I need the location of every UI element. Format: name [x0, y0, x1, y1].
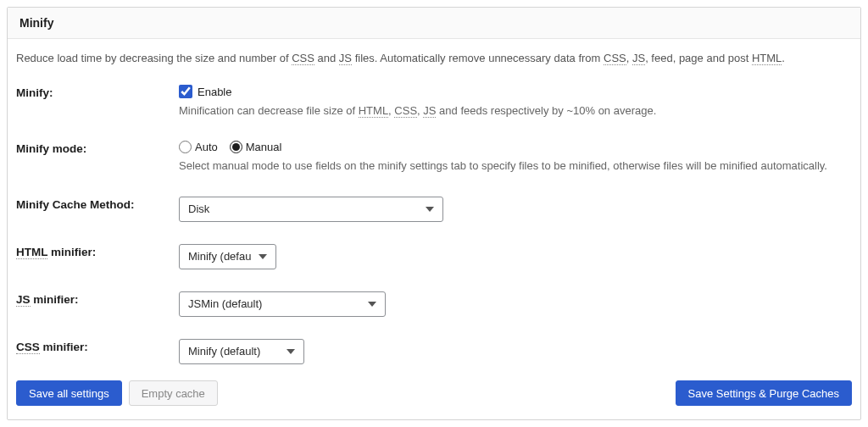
js-abbr: JS: [16, 293, 31, 307]
minify-mode-auto[interactable]: Auto: [179, 141, 218, 153]
minify-mode-manual[interactable]: Manual: [230, 141, 282, 153]
save-all-settings-button[interactable]: Save all settings: [16, 380, 122, 406]
minify-enable-checkbox[interactable]: [179, 85, 192, 98]
panel-description: Reduce load time by decreasing the size …: [16, 51, 852, 66]
js-minifier-label: JS minifier:: [16, 291, 179, 306]
row-html-minifier: HTML minifier: Minify (default): [16, 244, 852, 269]
minify-mode-hint: Select manual mode to use fields on the …: [179, 158, 852, 174]
minify-enable-label: Enable: [198, 86, 231, 98]
js-abbr: JS: [339, 52, 352, 65]
html-abbr: HTML: [752, 52, 782, 65]
cache-method-select[interactable]: Disk: [179, 197, 443, 222]
minify-mode-label: Minify mode:: [16, 141, 179, 155]
panel-title: Minify: [8, 8, 860, 39]
panel-body: Reduce load time by decreasing the size …: [8, 39, 860, 364]
minify-mode-radio-group: Auto Manual: [179, 141, 852, 153]
cache-method-label: Minify Cache Method:: [16, 197, 179, 211]
js-minifier-select[interactable]: JSMin (default): [179, 291, 386, 317]
js-abbr: JS: [423, 104, 436, 118]
minify-mode-auto-radio[interactable]: [179, 141, 192, 153]
empty-cache-button[interactable]: Empty cache: [129, 380, 218, 406]
save-purge-caches-button[interactable]: Save Settings & Purge Caches: [676, 380, 853, 406]
row-cache-method: Minify Cache Method: Disk: [16, 197, 852, 222]
css-abbr: CSS: [292, 52, 314, 65]
minify-label: Minify:: [16, 85, 179, 99]
html-abbr: HTML: [359, 104, 388, 118]
html-minifier-select[interactable]: Minify (default): [179, 244, 276, 269]
css-abbr: CSS: [16, 341, 40, 354]
html-abbr: HTML: [16, 246, 47, 259]
html-minifier-label: HTML minifier:: [16, 244, 179, 258]
row-css-minifier: CSS minifier: Minify (default): [16, 339, 852, 364]
js-abbr: JS: [632, 52, 645, 65]
minify-mode-manual-radio[interactable]: [230, 141, 242, 153]
css-abbr: CSS: [394, 104, 417, 118]
minify-hint: Minification can decrease file size of H…: [179, 103, 852, 119]
css-minifier-label: CSS minifier:: [16, 339, 179, 353]
action-bar: Save all settings Empty cache Save Setti…: [16, 380, 852, 406]
row-minify: Minify: Enable Minification can decrease…: [16, 85, 852, 119]
row-minify-mode: Minify mode: Auto Manual Select manual m…: [16, 141, 852, 174]
minify-panel: Minify Reduce load time by decreasing th…: [7, 7, 861, 420]
css-abbr: CSS: [604, 52, 626, 65]
css-minifier-select[interactable]: Minify (default): [179, 339, 304, 364]
row-js-minifier: JS minifier: JSMin (default): [16, 291, 852, 317]
